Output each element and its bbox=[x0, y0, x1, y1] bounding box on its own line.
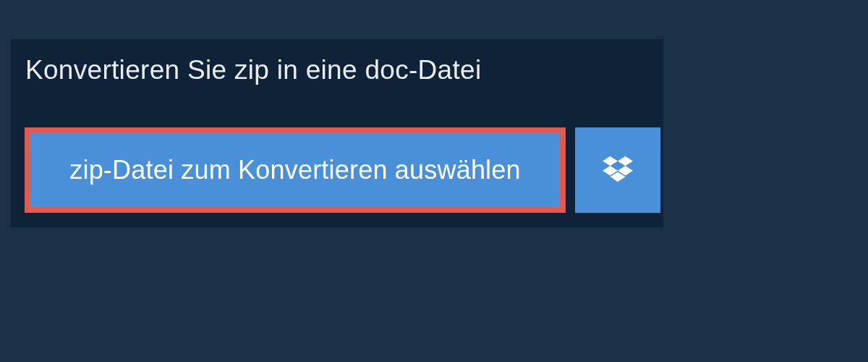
page-title: Konvertieren Sie zip in eine doc-Datei bbox=[25, 55, 481, 85]
select-file-label: zip-Datei zum Konvertieren auswählen bbox=[69, 155, 521, 185]
dropbox-button[interactable] bbox=[575, 127, 660, 213]
dropbox-icon bbox=[603, 155, 633, 185]
button-row: zip-Datei zum Konvertieren auswählen bbox=[25, 127, 660, 213]
header-bar: Konvertieren Sie zip in eine doc-Datei bbox=[11, 39, 561, 101]
select-file-button[interactable]: zip-Datei zum Konvertieren auswählen bbox=[25, 127, 566, 213]
